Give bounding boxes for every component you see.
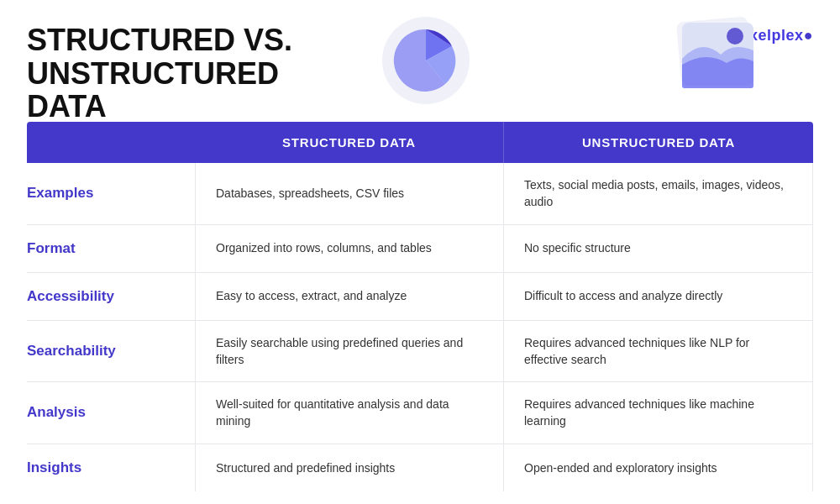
- title-line2: UNSTRUCTURED DATA: [27, 56, 279, 124]
- row-label-insights: Insights: [27, 444, 195, 491]
- table-body: ExamplesDatabases, spreadsheets, CSV fil…: [27, 163, 813, 491]
- table-row: InsightsStructured and predefined insigh…: [27, 444, 813, 491]
- unstructured-cell-1: No specific structure: [504, 225, 813, 272]
- table-row: ExamplesDatabases, spreadsheets, CSV fil…: [27, 163, 813, 225]
- row-label-accessibility: Accessibility: [27, 273, 195, 320]
- structured-cell-3: Easily searchable using predefined queri…: [195, 321, 504, 382]
- row-label-examples: Examples: [27, 163, 195, 224]
- title-line1: STRUCTURED VS.: [27, 23, 292, 57]
- structured-cell-2: Easy to access, extract, and analyze: [195, 273, 504, 320]
- header-structured: STRUCTURED DATA: [195, 122, 504, 163]
- unstructured-cell-5: Open-ended and exploratory insights: [504, 444, 813, 491]
- header-unstructured: UNSTRUCTURED DATA: [504, 122, 813, 163]
- table-row: AccessibilityEasy to access, extract, an…: [27, 273, 813, 321]
- structured-data-icon: [378, 13, 475, 113]
- unstructured-cell-0: Texts, social media posts, emails, image…: [504, 163, 813, 224]
- structured-cell-5: Structured and predefined insights: [195, 444, 504, 491]
- svg-point-4: [727, 28, 743, 45]
- structured-cell-1: Organized into rows, columns, and tables: [195, 225, 504, 272]
- structured-cell-0: Databases, spreadsheets, CSV files: [195, 163, 504, 224]
- unstructured-cell-3: Requires advanced techniques like NLP fo…: [504, 321, 813, 382]
- page-wrapper: STRUCTURED VS. UNSTRUCTURED DATA pixelpl…: [0, 0, 840, 504]
- table-row: AnalysisWell-suited for quantitative ana…: [27, 382, 813, 444]
- page-title: STRUCTURED VS. UNSTRUCTURED DATA: [27, 24, 312, 123]
- row-label-analysis: Analysis: [27, 382, 195, 444]
- unstructured-cell-2: Difficult to access and analyze directly: [504, 273, 813, 320]
- unstructured-cell-4: Requires advanced techniques like machin…: [504, 382, 813, 444]
- row-label-searchability: Searchability: [27, 321, 195, 382]
- structured-cell-4: Well-suited for quantitative analysis an…: [195, 382, 504, 444]
- unstructured-data-icon: [672, 4, 760, 104]
- table-row: SearchabilityEasily searchable using pre…: [27, 321, 813, 383]
- table-header: STRUCTURED DATA UNSTRUCTURED DATA: [27, 122, 813, 163]
- table-row: FormatOrganized into rows, columns, and …: [27, 225, 813, 273]
- row-label-format: Format: [27, 225, 195, 272]
- comparison-table: STRUCTURED DATA UNSTRUCTURED DATA Exampl…: [27, 122, 813, 487]
